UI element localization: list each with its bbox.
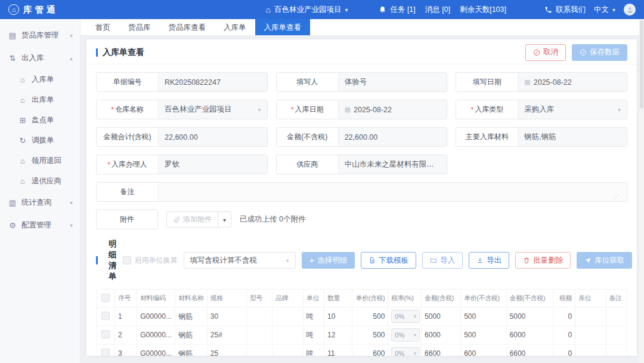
sidebar-group-statistics[interactable]: ▥统计查询▾: [0, 191, 80, 214]
column-header-spec: 规格: [207, 290, 246, 307]
sidebar-group-in-out[interactable]: ⇅出入库▴: [0, 47, 80, 69]
select-details-button[interactable]: 选择明细: [302, 252, 355, 269]
save-button[interactable]: 保存数据: [572, 44, 627, 61]
chevron-down-icon: ▾: [70, 32, 73, 39]
chevron-down-icon: ▾: [414, 350, 417, 356]
sidebar-item-label: 盘点单: [32, 115, 54, 125]
gear-icon: ⚙: [8, 221, 17, 230]
cell-qty: 11: [324, 344, 352, 356]
house-icon: ⌂: [18, 156, 27, 165]
row-checkbox[interactable]: [101, 330, 110, 339]
unit-conversion-checkbox[interactable]: [123, 256, 131, 264]
cell-qty: 10: [324, 307, 352, 326]
column-header-price: 单价(不含税): [461, 290, 506, 307]
contact-us-link[interactable]: 联系我们: [544, 5, 586, 15]
form-grid: 单据编号RK20250822247填写人体验号填写日期▦2025-08-22*仓…: [96, 72, 627, 174]
remark-textarea[interactable]: ⋰: [159, 183, 627, 201]
language-selector[interactable]: 中文: [594, 5, 615, 15]
row-checkbox[interactable]: [101, 312, 110, 320]
project-selector[interactable]: 百色林业产业园项目: [265, 5, 348, 15]
tax-rate-select[interactable]: 0%▾: [391, 328, 420, 342]
cell-price_tax: 500: [352, 326, 388, 344]
calendar-icon: ▦: [345, 106, 351, 113]
details-table: 序号材料编码材料名称规格型号品牌单位数量单价(含税)税率(%)金额(含税)单价(…: [96, 289, 627, 356]
field-value-filler[interactable]: 体验号: [339, 73, 447, 91]
tax-mode-select[interactable]: 填写含税计算不含税: [184, 252, 296, 269]
tab-inbound-view[interactable]: 入库单查看: [255, 19, 311, 35]
download-template-button[interactable]: 下载模板: [361, 252, 416, 269]
tab-goods[interactable]: 货品库: [119, 19, 160, 35]
cell-price_tax: 500: [352, 307, 388, 326]
field-label-text: 金额(不含税): [287, 132, 327, 142]
get-location-button[interactable]: 库位获取: [577, 252, 632, 269]
scrollbar-thumb[interactable]: [640, 20, 643, 109]
column-header-remark: 备注: [606, 290, 627, 307]
tab-home[interactable]: 首页: [86, 19, 119, 35]
cell-amount: 6000: [506, 326, 553, 344]
field-value-inbound-handler[interactable]: 罗钦: [159, 155, 267, 174]
tax-rate-value: 0%: [395, 331, 404, 339]
field-value-inbound-type[interactable]: 采购入库▾: [518, 100, 627, 119]
tax-rate-select[interactable]: 0%▾: [391, 347, 420, 356]
tasks-link[interactable]: 任务 [1]: [379, 5, 415, 15]
plus-icon: [309, 256, 315, 265]
export-button[interactable]: 导出: [469, 252, 509, 269]
cell-spec: 25: [207, 344, 246, 356]
cell-qty: 12: [324, 326, 352, 344]
sidebar-group-goods-management[interactable]: ▤货品库管理▾: [0, 24, 80, 47]
field-value-warehouse-name[interactable]: 百色林业产业园项目▾: [159, 100, 267, 119]
resize-handle-icon[interactable]: ⋰: [614, 193, 621, 201]
sidebar-item-supplier-return[interactable]: ⌂退供应商: [0, 171, 80, 191]
table-row: 2G00000...钢筋25#吨125000%▾600050060000: [97, 326, 627, 344]
tax-rate-select[interactable]: 0%▾: [391, 310, 420, 323]
cell-brand: [273, 344, 304, 356]
sidebar-item-requisition-return[interactable]: ⌂领用退回: [0, 150, 80, 171]
trash-icon: [523, 257, 530, 264]
cell-amount_tax: 6000: [422, 326, 461, 344]
field-value-fill-date[interactable]: ▦2025-08-22: [518, 73, 627, 91]
messages-link[interactable]: 消息 [0]: [425, 5, 450, 15]
sidebar-group-configuration[interactable]: ⚙配置管理▾: [0, 214, 80, 236]
tab-goods-view[interactable]: 货品库查看: [160, 19, 215, 35]
app-title: 库管通: [23, 4, 58, 16]
field-fill-date: 填写日期▦2025-08-22: [456, 72, 627, 92]
field-value-amount-excl-tax[interactable]: 22,600.00: [339, 128, 447, 146]
cancel-button[interactable]: 取消: [525, 44, 566, 61]
cell-unit: 吨: [303, 307, 324, 326]
required-asterisk: *: [107, 161, 110, 169]
field-value-main-materials[interactable]: 钢筋,钢筋: [518, 128, 627, 146]
user-avatar[interactable]: [624, 4, 636, 16]
field-filler: 填写人体验号: [276, 72, 448, 92]
app-logo-icon: [8, 4, 19, 15]
paperclip-icon: [173, 216, 180, 223]
cell-unit: 吨: [303, 344, 324, 356]
sidebar-item-inbound-order[interactable]: ⌂入库单: [0, 69, 80, 90]
cell-select: [97, 326, 115, 344]
import-button[interactable]: 导入: [422, 252, 463, 269]
sidebar-item-stocktake-order[interactable]: ⊞盘点单: [0, 110, 80, 130]
select-all-checkbox[interactable]: [101, 294, 110, 302]
house-icon: ⌂: [18, 177, 27, 186]
field-value-inbound-date[interactable]: ▦2025-08-22: [339, 100, 447, 119]
attachment-dropdown-caret[interactable]: [218, 212, 231, 227]
sidebar-item-outbound-order[interactable]: ⌂出库单: [0, 90, 80, 110]
tab-inbound[interactable]: 入库单: [215, 19, 255, 35]
cell-model: [246, 344, 272, 356]
field-label-text: 入库类型: [475, 104, 503, 115]
sidebar-item-transfer-order[interactable]: ↻调拨单: [0, 130, 80, 150]
sidebar-group-label: 货品库管理: [21, 30, 59, 41]
field-value-supplier[interactable]: 中山市未来之星材料有限公司: [339, 155, 447, 174]
cell-code: G00000...: [137, 344, 175, 356]
field-value-total-amount-incl-tax[interactable]: 22,600.00: [159, 128, 267, 146]
row-checkbox[interactable]: [101, 349, 110, 356]
chevron-down-icon: [223, 216, 226, 224]
add-attachment-button[interactable]: 添加附件: [166, 211, 231, 227]
field-value-doc-no[interactable]: RK20250822247: [159, 73, 267, 91]
inbound-order-view-card: 入库单查看 取消 保存数据 单据编号RK20250822247填写人体验号填写日…: [86, 39, 637, 356]
vertical-scrollbar[interactable]: [639, 19, 644, 363]
batch-delete-button[interactable]: 批量删除: [515, 252, 571, 269]
home-icon: [265, 5, 270, 14]
boxes-icon: ▤: [8, 31, 17, 40]
field-value-text: 体验号: [345, 77, 367, 87]
field-warehouse-name: *仓库名称百色林业产业园项目▾: [96, 100, 268, 119]
